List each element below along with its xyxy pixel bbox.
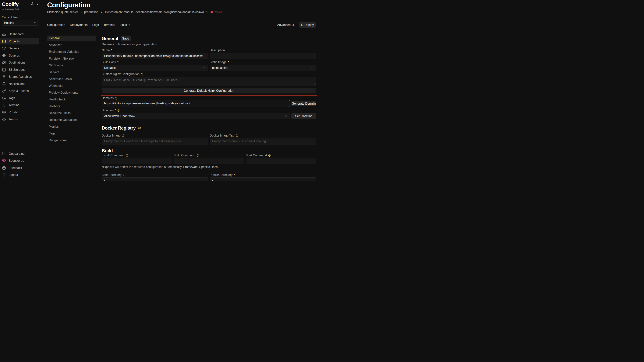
subnav-item-healthcheck[interactable]: Healthcheck: [47, 97, 96, 102]
docker-tag-input[interactable]: [210, 138, 316, 144]
info-icon[interactable]: [122, 134, 124, 137]
direction-select[interactable]: Allow www & non-www.: [102, 113, 290, 119]
sidebar-item-keys-tokens[interactable]: Keys & Tokens: [0, 88, 41, 94]
sidebar-item-shared-variables[interactable]: Shared Variables: [0, 74, 41, 80]
subnav-item-tags[interactable]: Tags: [47, 131, 96, 136]
sidebar-item-tags[interactable]: Tags: [0, 95, 41, 101]
theme-selector-icon[interactable]: [36, 2, 39, 5]
base-directory-input[interactable]: [102, 177, 208, 181]
subnav-label: Persistent Storage: [49, 57, 74, 60]
chevron-right-icon: [100, 11, 103, 14]
layers-icon: [2, 39, 6, 43]
subnav-item-servers[interactable]: Servers: [47, 70, 96, 75]
build-command-input[interactable]: [174, 158, 244, 164]
sidebar-item-onboarding[interactable]: Onboarding: [0, 151, 41, 157]
name-label: Name: [102, 49, 110, 52]
deploy-label: Deploy: [304, 23, 314, 27]
tab-configuration[interactable]: Configuration: [47, 23, 65, 27]
generate-nginx-button[interactable]: Generate Default Nginx Configuration: [102, 88, 316, 93]
subnav-item-webhooks[interactable]: Webhooks: [47, 83, 96, 88]
subnav-label: Tags: [49, 132, 55, 135]
info-icon[interactable]: [196, 154, 199, 157]
sidebar-item-sponsor-us[interactable]: Sponsor us: [0, 158, 41, 164]
static-image-value: nginx:alpine: [212, 66, 228, 70]
subnav-item-persistent-storage[interactable]: Persistent Storage: [47, 56, 96, 61]
breadcrumb-application[interactable]: illicitestonion/-module--decomposition:m…: [104, 10, 204, 14]
set-direction-button[interactable]: Set Direction: [291, 113, 316, 119]
home-icon: [2, 32, 6, 36]
build-pack-select[interactable]: Nixpacks: [102, 65, 208, 71]
subnav-label: Resource Limits: [49, 111, 70, 115]
save-button[interactable]: Save: [120, 35, 130, 41]
logout-icon: [2, 173, 6, 177]
tab-terminal[interactable]: Terminal: [104, 23, 115, 27]
sidebar-item-logout[interactable]: Logout: [0, 172, 41, 178]
install-command-input[interactable]: [102, 158, 172, 164]
domains-input[interactable]: [102, 100, 290, 107]
info-icon[interactable]: [138, 127, 141, 129]
subnav-item-rollback[interactable]: Rollback: [47, 104, 96, 109]
sidebar-item-s3-storages[interactable]: S3 Storages: [0, 67, 41, 73]
publish-directory-label: Publish Directory: [210, 173, 233, 177]
start-command-input[interactable]: [246, 158, 316, 164]
key-icon: [2, 89, 6, 93]
sidebar-item-terminal[interactable]: Terminal: [0, 102, 41, 108]
info-icon[interactable]: [115, 97, 118, 100]
sidebar-item-profile[interactable]: Profile: [0, 109, 41, 115]
chevron-down-icon: [34, 21, 37, 24]
sidebar-item-dashboard[interactable]: Dashboard: [0, 31, 41, 37]
sidebar-item-label: Servers: [9, 47, 19, 50]
info-icon[interactable]: [117, 109, 120, 112]
advanced-menu[interactable]: Advanced: [277, 23, 294, 27]
sidebar-item-label: Projects: [9, 40, 20, 43]
sidebar-item-projects[interactable]: Projects: [0, 38, 39, 44]
sidebar-item-label: Destinations: [9, 61, 25, 64]
subnav-item-danger-zone[interactable]: Danger Zone: [47, 138, 96, 143]
variable-icon: [2, 75, 6, 79]
sidebar-item-sources[interactable]: Sources: [0, 52, 41, 59]
subnav-item-scheduled-tasks[interactable]: Scheduled Tasks: [47, 76, 96, 82]
sidebar-item-label: Tags: [9, 96, 15, 100]
name-input[interactable]: [102, 53, 208, 59]
heart-handshake-icon: [2, 159, 6, 163]
info-icon[interactable]: [123, 174, 126, 176]
subnav-item-git-source[interactable]: Git Source: [47, 63, 96, 68]
custom-nginx-textarea[interactable]: [102, 77, 316, 85]
subnav-label: General: [49, 36, 60, 40]
team-select[interactable]: Hosting: [2, 20, 39, 25]
deploy-button[interactable]: Deploy: [299, 22, 316, 28]
tab-logs[interactable]: Logs: [92, 23, 99, 27]
static-image-select[interactable]: nginx:alpine: [210, 65, 316, 71]
info-icon[interactable]: [268, 154, 271, 157]
generate-domain-button[interactable]: Generate Domain: [291, 101, 316, 106]
subnav-label: Scheduled Tasks: [49, 77, 72, 81]
docker-image-input[interactable]: [102, 138, 208, 144]
subnav-item-advanced[interactable]: Advanced: [47, 42, 96, 48]
subnav-item-metrics[interactable]: Metrics: [47, 124, 96, 129]
framework-docs-link[interactable]: Framework Specific Docs: [183, 165, 218, 169]
info-icon[interactable]: [141, 73, 144, 76]
subnav-item-resource-limits[interactable]: Resource Limits: [47, 110, 96, 116]
subnav-item-preview-deployments[interactable]: Preview Deployments: [47, 90, 96, 95]
description-input[interactable]: [210, 53, 316, 59]
breadcrumb-project[interactable]: illicitonion quote server: [47, 10, 78, 14]
sidebar-item-feedback[interactable]: Feedback: [0, 165, 41, 171]
info-icon[interactable]: [236, 134, 238, 137]
custom-nginx-label: Custom Nginx Configuration: [102, 72, 140, 76]
publish-directory-input[interactable]: [210, 177, 316, 181]
tab-deployments[interactable]: Deployments: [70, 23, 88, 27]
sidebar-item-label: Feedback: [9, 166, 22, 170]
start-command-label: Start Command: [246, 154, 267, 157]
subnav-item-resource-operations[interactable]: Resource Operations: [47, 117, 96, 123]
subnav-item-environment-variables[interactable]: Environment Variables: [47, 49, 96, 54]
sidebar-item-destinations[interactable]: Destinations: [0, 60, 41, 66]
sidebar-item-teams[interactable]: Teams: [0, 116, 41, 123]
theme-toggle-sun-icon[interactable]: [31, 2, 34, 5]
advanced-label: Advanced: [277, 23, 290, 27]
info-icon[interactable]: [126, 154, 128, 157]
tab-links[interactable]: Links: [120, 23, 131, 27]
sidebar-item-notifications[interactable]: Notifications: [0, 81, 41, 87]
subnav-item-general[interactable]: General: [47, 35, 96, 41]
sidebar-item-servers[interactable]: Servers: [0, 45, 41, 52]
breadcrumb-environment[interactable]: production: [84, 10, 98, 14]
